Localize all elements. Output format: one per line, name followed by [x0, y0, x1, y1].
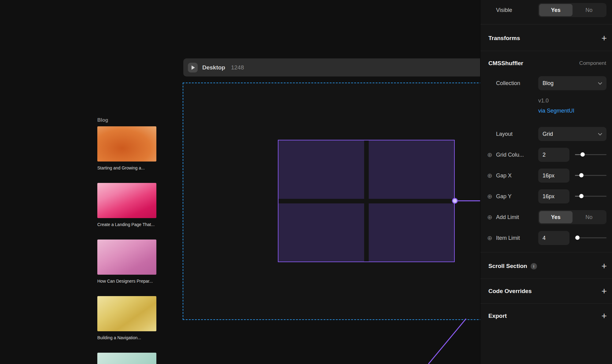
connector-line-horizontal	[455, 200, 484, 201]
slider-thumb[interactable]	[580, 152, 585, 157]
gap-x-row: ⊕ Gap X 16px	[480, 169, 612, 183]
blog-title: Starting and Growing a...	[97, 165, 156, 170]
slider-thumb[interactable]	[575, 236, 580, 240]
layout-row: Layout Grid	[480, 127, 612, 141]
collection-value: Blog	[543, 80, 554, 87]
item-limit-row: ⊕ Item Limit 4	[480, 231, 612, 245]
scroll-section-title: Scroll Section	[488, 263, 527, 269]
cms-grid-component[interactable]	[278, 140, 455, 262]
component-version-row: v1.0	[480, 97, 612, 104]
gap-y-slider[interactable]	[575, 189, 606, 203]
add-limit-row: ⊕ Add Limit Yes No	[480, 210, 612, 224]
divider	[480, 303, 612, 304]
layout-label: Layout	[496, 131, 513, 137]
item-limit-slider[interactable]	[575, 231, 606, 245]
grid-columns-slider[interactable]	[575, 148, 606, 162]
add-limit-no-button[interactable]: No	[573, 211, 606, 223]
slider-thumb[interactable]	[579, 194, 584, 198]
list-item[interactable]: Create a Landing Page That...	[97, 183, 156, 227]
collection-label: Collection	[496, 80, 520, 87]
breakpoint-bar[interactable]: Desktop 1248	[183, 58, 485, 76]
add-transform-icon[interactable]: +	[601, 34, 607, 43]
blog-thumbnail[interactable]	[97, 296, 156, 331]
divider	[480, 24, 612, 24]
list-item[interactable]: How Can Designers Prepar...	[97, 240, 156, 284]
properties-panel: Visible Yes No Transforms + CMSShuffler …	[480, 0, 612, 364]
add-code-override-icon[interactable]: +	[601, 287, 607, 296]
divider	[480, 279, 612, 279]
breakpoint-name: Desktop	[202, 64, 225, 71]
visible-row: Visible Yes No	[480, 3, 612, 17]
chevron-down-icon	[598, 133, 602, 136]
scroll-section-header[interactable]: Scroll Section i +	[480, 259, 612, 273]
component-section-header: CMSShuffler Component	[480, 56, 612, 70]
resize-handle[interactable]	[452, 198, 458, 204]
grid-columns-row: ⊕ Grid Colu... 2	[480, 148, 612, 162]
gap-x-input[interactable]: 16px	[538, 169, 569, 183]
add-scroll-section-icon[interactable]: +	[601, 262, 607, 271]
chevron-down-icon	[598, 82, 602, 85]
add-limit-segmented-control: Yes No	[538, 210, 606, 224]
connect-property-icon[interactable]: ⊕	[487, 173, 492, 179]
component-source-row: via SegmentUI	[480, 107, 612, 114]
component-badge: Component	[579, 60, 606, 66]
slider-thumb[interactable]	[579, 173, 584, 177]
visible-no-button[interactable]: No	[573, 4, 606, 16]
grid-columns-label: Grid Colu...	[496, 152, 524, 158]
divider	[480, 51, 612, 51]
layout-value: Grid	[543, 131, 553, 137]
connect-property-icon[interactable]: ⊕	[487, 193, 492, 199]
info-icon[interactable]: i	[531, 263, 537, 269]
blog-title: Create a Landing Page That...	[97, 222, 156, 227]
collection-row: Collection Blog	[480, 76, 612, 90]
transforms-section-header[interactable]: Transforms +	[480, 31, 612, 45]
connect-property-icon[interactable]: ⊕	[487, 214, 492, 220]
add-limit-label: Add Limit	[496, 214, 519, 221]
list-item[interactable]	[97, 353, 156, 364]
component-title: CMSShuffler	[488, 60, 523, 67]
item-limit-input[interactable]: 4	[538, 231, 569, 245]
grid-cell[interactable]	[278, 203, 364, 262]
scroll-section-title-group: Scroll Section i	[488, 263, 537, 269]
connect-property-icon[interactable]: ⊕	[487, 235, 492, 241]
add-limit-yes-button[interactable]: Yes	[539, 211, 573, 223]
list-item[interactable]: Building a Navigation...	[97, 296, 156, 340]
play-icon	[192, 65, 195, 70]
breakpoint-width: 1248	[231, 64, 244, 71]
grid-columns-input[interactable]: 2	[538, 148, 569, 162]
blog-title: How Can Designers Prepar...	[97, 279, 156, 284]
export-section-header[interactable]: Export +	[480, 309, 612, 323]
slider-track	[575, 237, 606, 238]
blog-thumbnail[interactable]	[97, 240, 156, 275]
blog-thumbnail[interactable]	[97, 126, 156, 162]
blog-thumbnail[interactable]	[97, 353, 156, 364]
list-item[interactable]: Starting and Growing a...	[97, 126, 156, 170]
visible-yes-button[interactable]: Yes	[539, 4, 573, 16]
grid-cell[interactable]	[369, 203, 454, 262]
connect-property-icon[interactable]: ⊕	[487, 152, 492, 158]
gap-x-slider[interactable]	[575, 169, 606, 183]
via-segmentui-link[interactable]: via SegmentUI	[538, 108, 574, 114]
gap-y-label: Gap Y	[496, 193, 512, 200]
blog-title: Building a Navigation...	[97, 335, 156, 340]
gap-y-input[interactable]: 16px	[538, 189, 569, 203]
divider	[480, 252, 612, 252]
add-export-icon[interactable]: +	[601, 311, 607, 321]
gap-y-row: ⊕ Gap Y 16px	[480, 189, 612, 203]
grid-cell[interactable]	[369, 140, 454, 199]
item-limit-label: Item Limit	[496, 235, 520, 241]
blog-thumbnail[interactable]	[97, 183, 156, 218]
code-overrides-section-header[interactable]: Code Overrides +	[480, 284, 612, 298]
play-button[interactable]	[188, 63, 198, 72]
component-version: v1.0	[538, 98, 549, 104]
gap-x-label: Gap X	[496, 173, 512, 179]
blog-collection-label: Blog	[97, 117, 108, 123]
visible-segmented-control: Yes No	[538, 3, 606, 17]
transforms-title: Transforms	[488, 35, 520, 42]
collection-dropdown[interactable]: Blog	[538, 76, 606, 90]
visible-label: Visible	[496, 7, 512, 13]
layout-dropdown[interactable]: Grid	[538, 127, 606, 141]
code-overrides-title: Code Overrides	[488, 288, 532, 295]
grid-cell[interactable]	[278, 140, 364, 199]
export-title: Export	[488, 313, 507, 319]
